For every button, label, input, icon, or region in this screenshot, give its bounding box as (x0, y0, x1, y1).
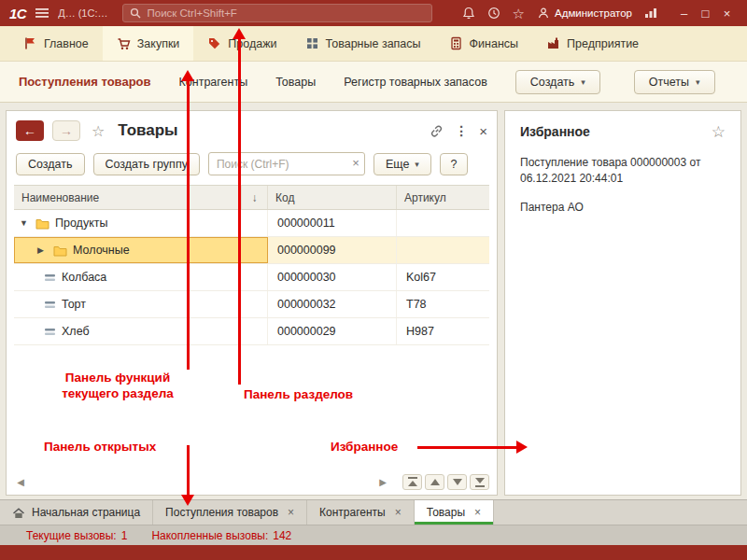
back-button[interactable]: ← (16, 120, 44, 141)
open-windows-panel: Начальная страница Поступления товаров ×… (0, 499, 747, 525)
user-icon (537, 7, 550, 20)
create-menu-label: Создать (530, 76, 575, 89)
list-search: × (208, 152, 365, 175)
reports-menu-label: Отчеты (649, 76, 689, 89)
close-tab-icon[interactable]: × (288, 506, 294, 519)
main-menu-icon[interactable] (35, 7, 49, 19)
table-row[interactable]: ▼ Продукты 000000011 (14, 210, 489, 237)
go-next-button[interactable] (447, 474, 467, 490)
tab-label: Начальная страница (32, 506, 140, 519)
go-last-button[interactable] (470, 474, 489, 490)
scroll-left-icon[interactable]: ◀ (14, 477, 27, 487)
close-window-button[interactable]: × (479, 123, 487, 139)
window-header: ← → ☆ Товары ⋮ × (7, 111, 497, 150)
section-label: Финансы (470, 37, 518, 50)
help-button[interactable]: ? (440, 153, 468, 175)
collapse-icon[interactable]: ▼ (20, 218, 30, 228)
favorites-panel: Избранное ☆ Поступление товара 000000003… (504, 110, 741, 496)
connection-quality-icon[interactable] (644, 7, 657, 19)
titlebar: 1С Д… (1С:… ☆ Администратор (0, 0, 747, 26)
current-calls: Текущие вызовы: 1 (26, 529, 127, 542)
functions-buttons: Создать ▾ Отчеты ▾ (515, 70, 740, 94)
current-calls-value: 1 (121, 529, 128, 542)
items-table: Наименование ↓ Код Артикул ▼ Продукты 00… (14, 185, 489, 345)
row-article: H987 (397, 318, 489, 344)
close-app-button[interactable]: × (716, 7, 738, 21)
accumulated-calls: Накопленные вызовы: 142 (151, 529, 291, 542)
annotation-arrowhead (516, 441, 528, 454)
table-row[interactable]: Колбаса 000000030 Kol67 (14, 264, 489, 291)
create-menu-button[interactable]: Создать ▾ (515, 70, 600, 94)
table-row[interactable]: Хлеб 000000029 H987 (14, 318, 489, 345)
create-button[interactable]: Создать (16, 153, 85, 175)
create-group-button[interactable]: Создать группу (93, 153, 200, 175)
history-clock-icon[interactable] (487, 7, 500, 20)
section-tab-predpriyatie[interactable]: Предприятие (532, 26, 653, 61)
more-button[interactable]: Еще ▾ (374, 153, 431, 175)
close-tab-icon[interactable]: × (395, 506, 402, 519)
sort-indicator-icon[interactable]: ↓ (242, 186, 268, 209)
tab-label: Товары (427, 506, 465, 519)
maximize-button[interactable]: □ (695, 7, 716, 21)
clear-search-icon[interactable]: × (352, 156, 359, 170)
global-search-input[interactable] (147, 7, 425, 19)
more-button-label: Еще (386, 158, 409, 171)
calculator-icon (449, 36, 463, 50)
favorites-pin-star-icon[interactable]: ☆ (712, 124, 726, 140)
notifications-bell-icon[interactable] (462, 7, 475, 20)
row-article (397, 237, 489, 263)
expand-icon[interactable]: ▶ (37, 245, 48, 255)
section-label: Предприятие (567, 37, 639, 50)
table-row[interactable]: Торт 000000032 T78 (14, 291, 489, 318)
reports-menu-button[interactable]: Отчеты ▾ (634, 70, 715, 94)
section-label: Товарные запасы (326, 37, 421, 50)
scroll-right-icon[interactable]: ▶ (376, 477, 389, 487)
column-header-code[interactable]: Код (268, 186, 397, 209)
more-actions-icon[interactable]: ⋮ (455, 123, 468, 138)
cart-icon (117, 37, 131, 50)
tab-kontragenty[interactable]: Контрагенты × (307, 500, 415, 525)
section-tab-zakupki[interactable]: Закупки (103, 26, 194, 61)
section-tab-glavnoe[interactable]: Главное (9, 26, 103, 61)
get-link-icon[interactable] (430, 124, 444, 138)
app-title: Д… (1С:… (58, 7, 107, 19)
tab-nachalnaya-stranitsa[interactable]: Начальная страница (0, 500, 153, 525)
list-search-input[interactable] (208, 152, 365, 175)
favorites-entry[interactable]: Пантера АО (520, 200, 726, 216)
annotation-favorites: Избранное (331, 439, 398, 455)
function-link-tovary[interactable]: Товары (275, 76, 316, 89)
forward-button[interactable]: → (52, 120, 80, 141)
accumulated-calls-label: Накопленные вызовы: (151, 529, 268, 542)
window-title: Товары (118, 121, 177, 140)
row-article: T78 (397, 291, 489, 317)
titlebar-icons: ☆ Администратор – □ × (462, 7, 738, 21)
tab-postupleniya-tovarov[interactable]: Поступления товаров × (153, 500, 307, 525)
section-tab-finansy[interactable]: Финансы (435, 26, 532, 61)
column-header-name[interactable]: Наименование (14, 186, 242, 209)
annotation-line: Панель функций (37, 370, 198, 385)
annotation-functions-panel: Панель функций текущего раздела (37, 370, 198, 401)
function-link-postupleniya-tovarov[interactable]: Поступления товаров (19, 75, 151, 89)
function-link-registr[interactable]: Регистр товарных запасов (344, 76, 487, 89)
go-first-button[interactable] (402, 474, 422, 490)
list-toolbar: Создать Создать группу × Еще ▾ ? (7, 150, 497, 185)
user-name: Администратор (555, 7, 632, 19)
column-header-article[interactable]: Артикул (397, 186, 489, 209)
stock-grid-icon (305, 36, 319, 50)
status-bar: Текущие вызовы: 1 Накопленные вызовы: 14… (0, 525, 747, 545)
window-header-icons: ⋮ × (430, 123, 487, 139)
go-previous-button[interactable] (425, 474, 444, 490)
add-to-favorites-star-icon[interactable]: ☆ (92, 122, 105, 140)
folder-icon (35, 217, 49, 230)
favorites-entry[interactable]: Поступление товара 000000003 от 06.12.20… (520, 155, 726, 187)
search-icon (130, 7, 141, 19)
favorites-title: Избранное (520, 124, 590, 139)
close-tab-icon[interactable]: × (474, 506, 481, 519)
section-tab-tovarnye-zapasy[interactable]: Товарные запасы (291, 26, 435, 61)
annotation-arrow-open-panel (187, 445, 190, 495)
favorites-star-icon[interactable]: ☆ (513, 7, 525, 21)
minimize-button[interactable]: – (673, 7, 695, 21)
user-menu[interactable]: Администратор (537, 7, 632, 20)
tab-tovary-active[interactable]: Товары × (415, 500, 494, 525)
table-row-selected[interactable]: ▶ Молочные 000000099 (14, 237, 489, 264)
